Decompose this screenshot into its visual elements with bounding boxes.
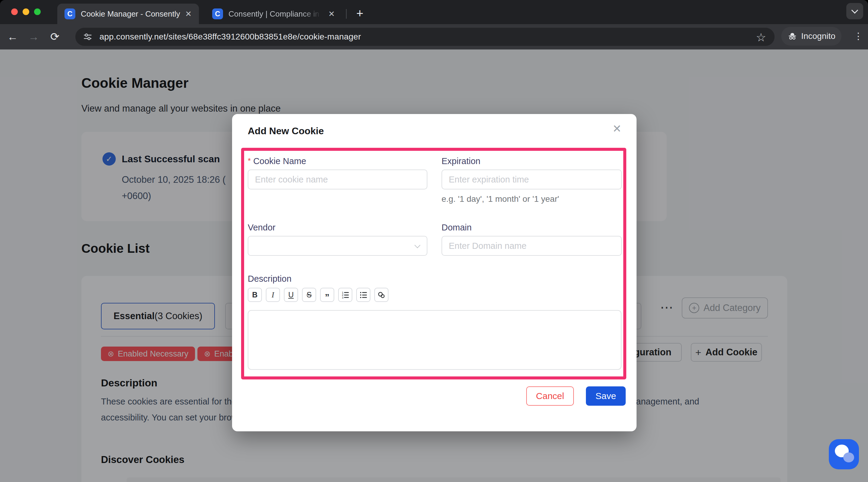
bold-button[interactable]: B [248,288,262,302]
tab-search-button[interactable] [846,3,863,19]
incognito-badge: Incognito [781,27,841,46]
browser-window: C Cookie Manager - Consently ✕ C Consent… [0,0,868,482]
blockquote-button[interactable]: ” [320,288,334,302]
unordered-list-icon [359,290,368,300]
macos-close-button[interactable] [11,8,18,15]
macos-minimize-button[interactable] [23,8,29,15]
cookie-name-input[interactable] [248,170,427,190]
consently-favicon: C [212,8,223,19]
ordered-list-icon: 1 2 3 [341,290,350,300]
chat-widget-button[interactable] [829,439,859,469]
bookmark-star-icon[interactable]: ☆ [756,31,766,44]
unordered-list-button[interactable] [356,288,370,302]
domain-input[interactable] [441,236,622,256]
tab-close-icon[interactable]: ✕ [328,9,335,19]
modal-description-label: Description [248,274,291,284]
tab-title: Cookie Manager - Consently [81,9,181,19]
forward-button: → [25,28,42,45]
browser-menu-button[interactable]: ⋮ [851,28,866,45]
link-icon [377,290,386,300]
new-tab-button[interactable]: + [352,5,368,21]
modal-title: Add New Cookie [248,125,324,137]
close-icon[interactable]: ✕ [613,122,621,135]
incognito-label: Incognito [801,31,835,41]
chevron-down-icon [851,7,858,14]
browser-toolbar: ← → ⟳ app.consently.net/sites/68e38ffc39… [0,24,868,50]
url-text: app.consently.net/sites/68e38ffc3912600b… [99,32,361,41]
description-textarea[interactable] [248,310,621,370]
add-new-cookie-modal: Add New Cookie ✕ *Cookie Name Expiration… [232,114,637,431]
vendor-label: Vendor [248,223,276,232]
chevron-down-icon [414,242,421,248]
underline-button[interactable]: U [284,288,298,302]
expiration-label: Expiration [441,156,480,166]
tab-separator [346,9,347,19]
page-content: Cookie Manager View and manage all your … [0,50,868,482]
italic-button[interactable]: I [266,288,280,302]
site-settings-icon[interactable] [83,32,93,42]
tab-cookie-manager[interactable]: C Cookie Manager - Consently ✕ [57,4,199,24]
consently-favicon: C [64,8,75,19]
back-button[interactable]: ← [4,28,21,45]
cancel-button[interactable]: Cancel [526,387,574,406]
domain-label: Domain [441,223,472,232]
reload-button[interactable]: ⟳ [46,28,63,45]
save-button[interactable]: Save [586,387,626,406]
chat-bubble-small-icon [843,452,854,462]
link-button[interactable] [374,288,389,302]
address-bar[interactable]: app.consently.net/sites/68e38ffc3912600b… [75,28,775,46]
macos-zoom-button[interactable] [34,8,41,15]
incognito-icon [787,31,798,41]
tab-title: Consently | Compliance in a fe [228,9,324,19]
svg-text:3: 3 [342,296,343,299]
required-asterisk: * [248,156,251,165]
strikethrough-button[interactable]: S [302,288,316,302]
vendor-select[interactable] [248,236,427,256]
tab-close-icon[interactable]: ✕ [185,9,192,19]
expiration-input[interactable] [441,170,622,190]
expiration-helper-text: e.g. '1 day', '1 month' or '1 year' [441,194,559,204]
cookie-name-label: *Cookie Name [248,156,306,166]
richtext-toolbar: B I U S ” 1 2 3 [248,288,389,302]
browser-tab-bar: C Cookie Manager - Consently ✕ C Consent… [0,0,868,24]
tab-consently-compliance[interactable]: C Consently | Compliance in a fe ✕ [205,4,342,24]
ordered-list-button[interactable]: 1 2 3 [338,288,352,302]
